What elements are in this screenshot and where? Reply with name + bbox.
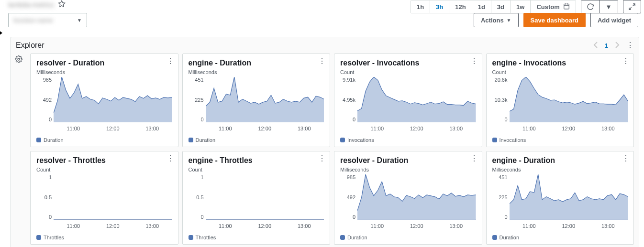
- chart-svg: [357, 174, 476, 220]
- kebab-menu-icon[interactable]: ⋮: [626, 43, 634, 48]
- refresh-button[interactable]: [581, 0, 600, 13]
- x-axis: 11:0012:0013:00: [357, 125, 476, 131]
- plot: [54, 174, 172, 220]
- widget-kebab-icon[interactable]: ⋮: [167, 59, 174, 64]
- x-tick: 11:00: [370, 223, 384, 229]
- chart-area: 10.50: [189, 174, 324, 222]
- y-axis: 4512250: [189, 77, 206, 122]
- widget-title: resolver - Duration: [36, 59, 172, 67]
- range-1w[interactable]: 1w: [511, 0, 531, 13]
- svg-marker-0: [58, 0, 65, 7]
- x-tick: 13:00: [145, 126, 159, 131]
- function-dropdown[interactable]: function-name ▼: [8, 13, 87, 27]
- chart-widget: resolver - Duration⋮Milliseconds98549201…: [334, 151, 482, 245]
- maximize-button[interactable]: [623, 0, 641, 13]
- legend-label: Invocations: [347, 137, 374, 143]
- y-tick: 492: [347, 194, 355, 200]
- legend-label: Invocations: [500, 137, 526, 143]
- plot: [206, 174, 324, 220]
- widget-unit: Milliseconds: [189, 69, 324, 75]
- svg-rect-1: [564, 4, 569, 9]
- x-tick: 13:00: [601, 223, 615, 229]
- widget-kebab-icon[interactable]: ⋮: [622, 156, 630, 161]
- add-widget-button[interactable]: Add widget: [590, 13, 638, 27]
- chart-svg: [54, 77, 172, 122]
- y-tick: 492: [43, 97, 52, 103]
- plot: [54, 77, 172, 122]
- widget-title: resolver - Invocations: [340, 59, 476, 67]
- y-tick: 451: [195, 77, 203, 83]
- widget-kebab-icon[interactable]: ⋮: [318, 59, 326, 64]
- pager-prev[interactable]: [593, 42, 598, 50]
- widget-kebab-icon[interactable]: ⋮: [318, 156, 326, 161]
- pager-current: 1: [605, 42, 608, 49]
- legend-label: Duration: [347, 235, 367, 240]
- legend: Invocations: [340, 137, 476, 143]
- range-3d[interactable]: 3d: [491, 0, 511, 13]
- gear-icon[interactable]: [15, 55, 22, 64]
- legend-label: Duration: [196, 137, 216, 143]
- x-axis: 11:0012:0013:00: [54, 222, 172, 229]
- chart-widget: engine - Invocations⋮Count20.6k10.3k011:…: [486, 54, 634, 147]
- range-label: Custom: [536, 3, 559, 11]
- x-tick: 12:00: [106, 126, 120, 131]
- legend-label: Throttles: [44, 235, 64, 240]
- y-tick: 9.91k: [343, 77, 355, 83]
- x-axis: 11:0012:0013:00: [357, 222, 476, 229]
- dashboard-title: lambda-metrics: [8, 1, 54, 9]
- widget-unit: Milliseconds: [492, 167, 628, 172]
- chart-area: 9.91k4.95k0: [340, 77, 476, 125]
- y-tick: 0: [504, 214, 507, 220]
- x-tick: 11:00: [219, 223, 232, 229]
- range-3h[interactable]: 3h: [430, 0, 449, 13]
- legend-swatch: [492, 235, 497, 240]
- svg-line-6: [629, 7, 632, 10]
- x-tick: 11:00: [219, 126, 232, 131]
- legend: Duration: [189, 137, 324, 143]
- y-tick: 1: [200, 174, 203, 180]
- legend-label: Duration: [44, 137, 64, 143]
- calendar-icon: [563, 3, 570, 11]
- actions-label: Actions: [481, 17, 504, 24]
- widget-unit: Count: [340, 69, 476, 75]
- save-dashboard-button[interactable]: Save dashboard: [523, 13, 586, 27]
- x-tick: 12:00: [410, 126, 423, 131]
- top-bar: lambda-metrics 1h3h12h1d3d1wCustom ▼: [0, 0, 644, 13]
- x-tick: 11:00: [522, 126, 536, 131]
- pager: 1 ⋮: [593, 42, 634, 50]
- legend-swatch: [340, 235, 345, 240]
- y-tick: 0: [353, 214, 355, 220]
- legend-swatch: [189, 235, 193, 240]
- refresh-dropdown[interactable]: ▼: [600, 0, 618, 13]
- y-tick: 0.5: [196, 194, 203, 200]
- x-axis: 11:0012:0013:00: [510, 222, 628, 229]
- y-tick: 0: [49, 214, 52, 220]
- y-tick: 0.5: [44, 194, 52, 200]
- drag-handle-icon[interactable]: [0, 30, 2, 36]
- range-custom[interactable]: Custom: [531, 0, 576, 13]
- chart-widget: resolver - Duration⋮Milliseconds98549201…: [30, 54, 178, 147]
- legend-swatch: [36, 138, 41, 142]
- chart-svg: [510, 77, 628, 122]
- range-1h[interactable]: 1h: [411, 0, 430, 13]
- chart-widget: engine - Throttles⋮Count10.5011:0012:001…: [182, 151, 331, 245]
- y-tick: 451: [499, 174, 507, 180]
- widget-title: engine - Invocations: [492, 59, 628, 67]
- star-icon[interactable]: [58, 0, 66, 9]
- chart-area: 20.6k10.3k0: [492, 77, 628, 125]
- y-axis: 4512250: [492, 174, 510, 220]
- widget-unit: Count: [36, 167, 172, 172]
- range-12h[interactable]: 12h: [449, 0, 472, 13]
- actions-button[interactable]: Actions ▼: [474, 13, 519, 27]
- legend: Duration: [492, 235, 628, 240]
- widget-kebab-icon[interactable]: ⋮: [167, 156, 174, 161]
- legend: Duration: [340, 235, 476, 240]
- svg-point-7: [18, 58, 20, 60]
- chart-area: 4512250: [492, 174, 628, 222]
- pager-next[interactable]: [615, 42, 620, 50]
- widget-kebab-icon[interactable]: ⋮: [470, 156, 478, 161]
- widget-kebab-icon[interactable]: ⋮: [470, 59, 478, 64]
- caret-down-icon: ▼: [77, 18, 82, 23]
- widget-kebab-icon[interactable]: ⋮: [622, 59, 630, 64]
- range-1d[interactable]: 1d: [472, 0, 491, 13]
